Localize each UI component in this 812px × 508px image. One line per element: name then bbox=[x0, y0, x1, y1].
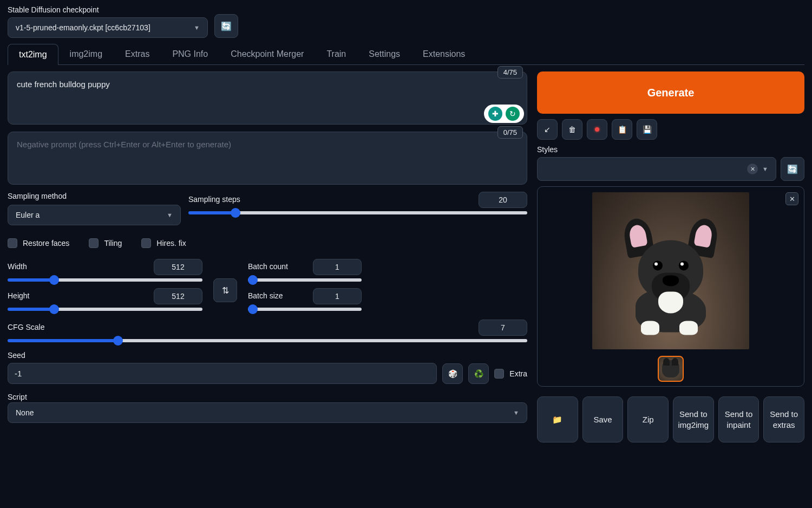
seed-label: Seed bbox=[8, 351, 527, 360]
checkpoint-label: Stable Diffusion checkpoint bbox=[8, 5, 208, 14]
output-preview: ✕ bbox=[537, 186, 804, 387]
trash-icon: 🗑 bbox=[568, 125, 576, 134]
chevron-down-icon: ▼ bbox=[762, 166, 768, 172]
swap-dimensions-button[interactable]: ⇅ bbox=[213, 278, 237, 302]
sampling-steps-slider[interactable] bbox=[188, 211, 527, 214]
zip-button[interactable]: Zip bbox=[627, 396, 669, 442]
script-select[interactable]: None ▼ bbox=[8, 402, 527, 423]
width-label: Width bbox=[8, 262, 27, 271]
cfg-slider[interactable] bbox=[8, 339, 527, 342]
clear-styles-button[interactable]: ✕ bbox=[747, 164, 758, 174]
hires-fix-checkbox[interactable]: Hires. fix bbox=[141, 238, 186, 248]
height-slider[interactable] bbox=[8, 308, 202, 311]
styles-label: Styles bbox=[537, 145, 776, 154]
refresh-checkpoint-button[interactable]: 🔄 bbox=[214, 14, 238, 38]
script-value: None bbox=[16, 408, 34, 417]
open-folder-button[interactable]: 📁 bbox=[537, 396, 578, 442]
prompt-token-count: 4/75 bbox=[497, 66, 523, 79]
batch-count-value[interactable]: 1 bbox=[313, 259, 362, 275]
restore-faces-checkbox[interactable]: Restore faces bbox=[8, 238, 69, 248]
delete-button[interactable]: 🗑 bbox=[562, 119, 582, 140]
width-slider[interactable] bbox=[8, 278, 202, 282]
swap-icon: ⇅ bbox=[222, 285, 229, 296]
batch-size-label: Batch size bbox=[248, 291, 283, 300]
batch-count-slider[interactable] bbox=[248, 278, 362, 282]
neg-token-count: 0/75 bbox=[497, 126, 523, 139]
arrow-in-icon: ↙ bbox=[544, 125, 551, 134]
apply-prompt-style-button[interactable]: ↻ bbox=[506, 107, 520, 121]
save-button[interactable]: Save bbox=[582, 396, 624, 442]
generate-button[interactable]: Generate bbox=[537, 71, 804, 114]
tiling-checkbox[interactable]: Tiling bbox=[89, 238, 122, 248]
width-value[interactable]: 512 bbox=[154, 259, 202, 275]
send-to-img2img-button[interactable]: Send to img2img bbox=[673, 396, 714, 442]
refresh-icon: 🔄 bbox=[221, 21, 232, 31]
checkpoint-select[interactable]: v1-5-pruned-emaonly.ckpt [cc6cb27103] ▼ bbox=[8, 17, 208, 38]
script-label: Script bbox=[8, 393, 527, 401]
floppy-icon: 💾 bbox=[643, 125, 652, 134]
sampling-steps-label: Sampling steps bbox=[188, 195, 240, 204]
tab-settings[interactable]: Settings bbox=[357, 43, 411, 64]
chevron-down-icon: ▼ bbox=[194, 24, 200, 31]
chevron-down-icon: ▼ bbox=[513, 409, 519, 416]
send-to-inpaint-button[interactable]: Send to inpaint bbox=[718, 396, 759, 442]
extra-seed-checkbox[interactable]: Extra bbox=[494, 369, 527, 379]
close-preview-button[interactable]: ✕ bbox=[785, 192, 798, 205]
height-value[interactable]: 512 bbox=[154, 288, 202, 304]
refresh-styles-button[interactable]: 🔄 bbox=[781, 157, 804, 181]
clipboard-icon: 📋 bbox=[618, 125, 627, 134]
folder-icon: 📁 bbox=[552, 415, 562, 424]
reuse-seed-button[interactable]: ♻️ bbox=[468, 363, 489, 384]
negative-prompt-input[interactable] bbox=[8, 132, 527, 185]
interrogate-button[interactable]: ↙ bbox=[537, 119, 558, 140]
tab-checkpoint-merger[interactable]: Checkpoint Merger bbox=[219, 43, 315, 64]
random-seed-button[interactable]: 🎲 bbox=[442, 363, 463, 384]
tab-img2img[interactable]: img2img bbox=[58, 43, 114, 64]
tab-extensions[interactable]: Extensions bbox=[411, 43, 476, 64]
dice-icon: 🎲 bbox=[448, 369, 457, 378]
chevron-down-icon: ▼ bbox=[167, 212, 173, 218]
tab-txt2img[interactable]: txt2img bbox=[8, 44, 58, 65]
batch-size-slider[interactable] bbox=[248, 308, 362, 311]
checkpoint-value: v1-5-pruned-emaonly.ckpt [cc6cb27103] bbox=[16, 23, 150, 32]
save-style-button[interactable]: 💾 bbox=[637, 119, 657, 140]
batch-size-value[interactable]: 1 bbox=[313, 288, 362, 304]
add-prompt-style-button[interactable]: ✚ bbox=[488, 107, 502, 121]
sampling-steps-value[interactable]: 20 bbox=[479, 192, 527, 208]
sampling-method-value: Euler a bbox=[16, 211, 40, 219]
height-label: Height bbox=[8, 291, 29, 300]
styles-select[interactable]: ✕ ▼ bbox=[537, 157, 776, 181]
cfg-value[interactable]: 7 bbox=[479, 320, 527, 336]
prompt-tools: ✚ ↻ bbox=[484, 105, 524, 123]
main-tabs: txt2img img2img Extras PNG Info Checkpoi… bbox=[8, 43, 804, 65]
tab-pnginfo[interactable]: PNG Info bbox=[161, 43, 219, 64]
record-icon bbox=[595, 127, 599, 132]
sampling-method-label: Sampling method bbox=[8, 192, 181, 200]
recycle-icon: ♻️ bbox=[474, 369, 483, 378]
refresh-icon: 🔄 bbox=[787, 164, 798, 174]
tab-train[interactable]: Train bbox=[315, 43, 357, 64]
stop-button[interactable] bbox=[587, 119, 607, 140]
batch-count-label: Batch count bbox=[248, 262, 288, 271]
tab-extras[interactable]: Extras bbox=[114, 43, 161, 64]
seed-input[interactable] bbox=[8, 363, 437, 384]
sampling-method-select[interactable]: Euler a ▼ bbox=[8, 205, 181, 225]
cfg-label: CFG Scale bbox=[8, 323, 44, 331]
generated-image[interactable] bbox=[592, 192, 749, 349]
paste-button[interactable]: 📋 bbox=[612, 119, 632, 140]
send-to-extras-button[interactable]: Send to extras bbox=[763, 396, 804, 442]
prompt-input[interactable]: cute french bulldog puppy bbox=[8, 71, 527, 125]
thumbnail[interactable] bbox=[658, 356, 684, 382]
